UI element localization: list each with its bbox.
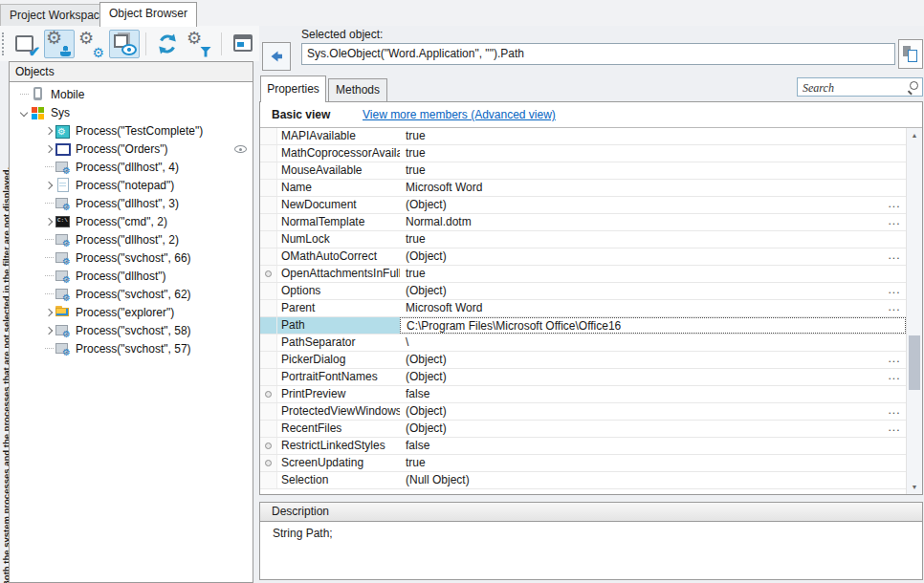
tab-methods[interactable]: Methods [328,78,387,102]
chevron-right-icon[interactable] [42,310,55,315]
property-row-numlock[interactable]: NumLocktrue [260,231,906,248]
ellipsis-button[interactable]: ... [883,248,906,265]
property-row-path[interactable]: PathC:\Program Files\Microsoft Office\Of… [260,317,906,335]
ellipsis-button[interactable]: ... [883,369,906,385]
property-value: (Object) [400,369,883,385]
chevron-right-icon[interactable] [42,219,55,225]
ellipsis-button[interactable]: ... [883,421,906,437]
property-row-recentfiles[interactable]: RecentFiles(Object)... [260,421,906,438]
search-icon[interactable] [907,81,918,93]
tree-item-process-dllhost-4[interactable]: Process("dllhost", 4) [10,158,253,176]
property-gutter [260,335,277,351]
tree-item-process-explorer[interactable]: Process("explorer") [10,303,253,321]
chevron-right-icon[interactable] [42,183,55,188]
gear-user-button[interactable] [44,30,75,58]
property-row-selection[interactable]: Selection(Null Object) [260,472,906,489]
tree-item-process-notepad[interactable]: Process("notepad") [10,176,253,194]
copy-button[interactable] [898,39,923,69]
property-row-normaltemplate[interactable]: NormalTemplateNormal.dotm... [260,214,906,231]
property-name: Name [277,180,400,196]
tree-item-process-dllhost-3[interactable]: Process("dllhost", 3) [10,194,253,212]
back-arrow-icon [268,48,285,65]
refresh-button[interactable] [152,30,183,58]
service-icon [55,323,70,337]
tree-connector [42,275,55,276]
property-gutter [260,421,277,437]
property-row-mouseavailable[interactable]: MouseAvailabletrue [260,162,906,180]
property-row-options[interactable]: Options(Object)... [260,283,906,300]
tree-item-process-cmd-2[interactable]: Process("cmd", 2) [10,212,253,230]
service-icon [55,232,70,247]
tree-connector [42,166,55,167]
tree-connector [17,94,31,95]
gear-filter-button[interactable] [185,30,215,58]
tree-connector [42,348,55,349]
tree-item-sys[interactable]: Sys [10,103,253,121]
ellipsis-button[interactable]: ... [883,197,906,213]
property-gutter [260,352,277,368]
property-row-parent[interactable]: ParentMicrosoft Word... [260,300,906,317]
property-row-protectedviewwindows[interactable]: ProtectedViewWindows(Object)... [260,403,906,421]
window-panel-button[interactable] [228,30,258,58]
property-row-restrictlinkedstyles[interactable]: RestrictLinkedStylesfalse [260,438,906,455]
ellipsis-button[interactable]: ... [883,214,906,230]
scroll-down-icon[interactable]: ▼ [907,480,922,494]
tree-item-mobile[interactable]: Mobile [10,85,253,103]
window-panel-icon [231,32,255,56]
scroll-up-icon[interactable]: ▲ [907,128,922,142]
property-row-mapiavailable[interactable]: MAPIAvailabletrue [260,128,906,145]
service-icon [55,341,70,356]
property-value: true [400,266,906,282]
property-row-mathcoprocessoravaila[interactable]: MathCoprocessorAvailatrue [260,145,906,162]
search-input[interactable] [801,79,905,97]
toolbar-grip-handle[interactable] [2,32,7,55]
property-gutter [260,403,277,420]
property-value[interactable]: C:\Program Files\Microsoft Office\Office… [400,317,906,334]
property-row-screenupdating[interactable]: ScreenUpdatingtrue [260,455,906,472]
property-gutter [260,300,277,316]
object-spy-eye-button[interactable] [109,30,140,58]
tree-item-process-testcomplete[interactable]: Process("TestComplete") [10,121,253,140]
advanced-view-link[interactable]: View more members (Advanced view) [363,102,556,127]
ellipsis-button[interactable]: ... [883,403,906,420]
property-row-newdocument[interactable]: NewDocument(Object)... [260,197,906,214]
property-row-printpreview[interactable]: PrintPreviewfalse [260,386,906,403]
window-check-button[interactable] [11,30,42,58]
tree-item-process-dllhost-2[interactable]: Process("dllhost", 2) [10,230,253,248]
tree-item-process-dllhost[interactable]: Process("dllhost") [10,267,253,285]
tree-item-label: Process("dllhost", 4) [76,161,179,174]
tree-item-process-orders[interactable]: Process("Orders") [10,140,253,158]
chevron-right-icon[interactable] [42,328,55,334]
tree-item-process-svchost-62[interactable]: Process("svchost", 62) [10,285,253,303]
scrollbar-thumb[interactable] [909,335,920,390]
chevron-down-icon[interactable] [17,110,31,116]
chevron-right-icon[interactable] [42,146,55,152]
ellipsis-button[interactable]: ... [883,352,906,368]
tree-item-label: Mobile [51,88,84,101]
property-row-name[interactable]: NameMicrosoft Word [260,180,906,197]
property-name: ScreenUpdating [277,455,400,471]
property-value: true [400,128,906,144]
gears-button[interactable] [77,30,107,58]
property-row-pickerdialog[interactable]: PickerDialog(Object)... [260,352,906,369]
tab-properties[interactable]: Properties [260,76,326,102]
property-value: Microsoft Word [400,300,883,316]
property-name: Selection [277,472,400,488]
tree-item-process-svchost-58[interactable]: Process("svchost", 58) [10,321,253,339]
property-row-pathseparator[interactable]: PathSeparator\ [260,335,906,352]
property-row-openattachmentsinfull[interactable]: OpenAttachmentsInFulltrue [260,266,906,283]
selected-object-field[interactable]: Sys.OleObject("Word.Application", "").Pa… [301,43,895,65]
tab-object-browser[interactable]: Object Browser [99,2,197,27]
tree-item-process-svchost-66[interactable]: Process("svchost", 66) [10,248,253,267]
property-row-portraitfontnames[interactable]: PortraitFontNames(Object)... [260,369,906,386]
ellipsis-button[interactable]: ... [883,283,906,299]
properties-table: MAPIAvailabletrueMathCoprocessorAvailatr… [260,128,906,494]
ellipsis-button[interactable]: ... [883,300,906,316]
vertical-scrollbar[interactable]: ▲ ▼ [906,128,922,494]
tab-project-workspace[interactable]: Project Workspace [0,4,115,26]
property-name: MathCoprocessorAvaila [277,145,400,162]
back-button[interactable] [262,42,291,71]
chevron-right-icon[interactable] [42,128,55,134]
tree-item-process-svchost-57[interactable]: Process("svchost", 57) [10,339,253,357]
property-row-omathautocorrect[interactable]: OMathAutoCorrect(Object)... [260,248,906,266]
